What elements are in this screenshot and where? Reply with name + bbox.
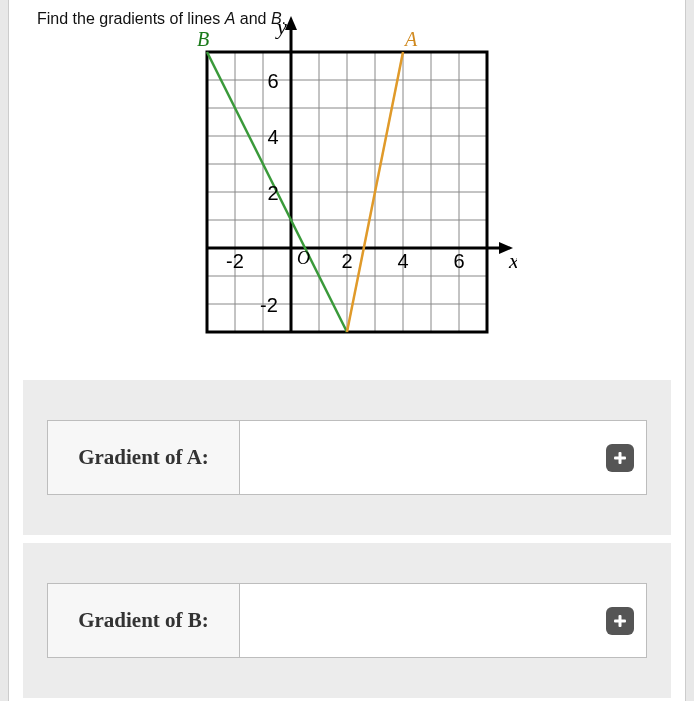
answer-block-b: Gradient of B: xyxy=(23,543,671,698)
gradient-b-input-wrap xyxy=(240,584,646,657)
answer-row-b: Gradient of B: xyxy=(47,583,647,658)
line-a-label: A xyxy=(403,28,418,50)
gradient-b-label: Gradient of B: xyxy=(48,584,240,657)
keypad-button-b[interactable] xyxy=(606,607,634,635)
svg-marker-25 xyxy=(285,16,297,30)
ytick-6: 6 xyxy=(267,70,278,92)
xtick-n2: -2 xyxy=(226,250,244,272)
ytick-2: 2 xyxy=(267,182,278,204)
coordinate-graph: y x O B A 6 4 2 -2 -2 2 4 6 xyxy=(177,12,517,352)
ytick-n2: -2 xyxy=(260,294,278,316)
keypad-button-a[interactable] xyxy=(606,444,634,472)
origin-label: O xyxy=(297,248,310,268)
svg-rect-30 xyxy=(614,456,626,459)
graph-container: y x O B A 6 4 2 -2 -2 2 4 6 xyxy=(37,12,657,352)
answer-row-a: Gradient of A: xyxy=(47,420,647,495)
xtick-6: 6 xyxy=(453,250,464,272)
svg-rect-32 xyxy=(614,619,626,622)
xtick-2: 2 xyxy=(341,250,352,272)
line-b-label: B xyxy=(197,28,209,50)
answer-block-a: Gradient of A: xyxy=(23,380,671,535)
gradient-a-input[interactable] xyxy=(252,434,606,482)
question-area: Find the gradients of lines A and B. xyxy=(9,0,685,372)
gradient-b-input[interactable] xyxy=(252,597,606,645)
axis-x-label: x xyxy=(508,248,517,273)
xtick-4: 4 xyxy=(397,250,408,272)
axis-y-label: y xyxy=(275,14,287,39)
gradient-a-label: Gradient of A: xyxy=(48,421,240,494)
plus-icon xyxy=(612,613,628,629)
gradient-a-input-wrap xyxy=(240,421,646,494)
ytick-4: 4 xyxy=(267,126,278,148)
plus-icon xyxy=(612,450,628,466)
